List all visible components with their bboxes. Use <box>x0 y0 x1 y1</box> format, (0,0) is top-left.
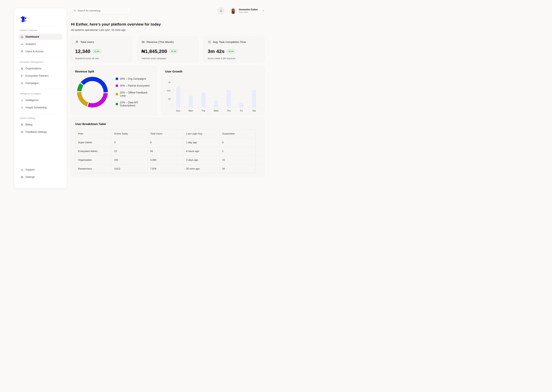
header-right: Omosehin Esther Super Admin <box>218 7 264 14</box>
stat-label: Revenue (This Month) <box>147 41 174 44</box>
sidebar-item-campaigns[interactable]: Campaigns <box>19 80 62 86</box>
stat-card-revenue: Revenue (This Month) ₦1,845,200 10.2% To… <box>137 36 198 62</box>
legend-swatch-data-api <box>116 103 118 105</box>
building-icon <box>21 67 23 70</box>
cell-suspended: 34 <box>219 164 255 173</box>
bar-chart: 1k 500 50 <box>172 76 260 107</box>
stat-value: 3m 42s <box>208 49 225 54</box>
cell-active-today: 3 <box>111 138 147 147</box>
charts-row: Revenue Split 40% – Org Campaigns <box>71 66 264 115</box>
legend-item: 40% – Org Campaigns <box>116 77 153 80</box>
legend-label: 20% – Offline Feedback Loop <box>120 91 153 97</box>
column-header-active-today: Active Today <box>111 129 147 138</box>
brain-icon <box>21 99 23 102</box>
x-axis-labels: Sun Mon Tue Wed Thu Fri Sat <box>172 110 260 112</box>
bell-icon <box>220 9 223 12</box>
sidebar-divider <box>18 113 63 113</box>
sidebar-item-insight-scheduling[interactable]: Insight Scheduling <box>19 105 62 111</box>
megaphone-icon <box>21 82 23 85</box>
legend-label: 40% – Org Campaigns <box>120 77 146 80</box>
bar-chart-icon <box>21 43 23 46</box>
user-role: Super Admin <box>239 11 258 13</box>
chevron-right-icon[interactable] <box>262 9 264 12</box>
table-row: Organisation 231 4,300 2 days ago 15 <box>75 156 255 164</box>
notifications-button[interactable] <box>218 7 225 14</box>
cell-total-users: 7,976 <box>147 164 183 173</box>
cell-role: Ecosystem Admin <box>75 147 111 156</box>
banknote-icon <box>141 40 145 44</box>
stat-cards: Total Users 12,340 10.2% Registered acro… <box>71 36 264 62</box>
donut-legend: 40% – Org Campaigns 30% – Partner Ecosys… <box>116 77 153 107</box>
bar-sat <box>252 90 256 107</box>
bar-tue <box>202 93 205 107</box>
clock-icon <box>21 106 23 109</box>
dashboard-page: Platform Overview Dashboard Analytics Us… <box>0 0 276 196</box>
sidebar-item-label: Feedback Settings <box>25 131 47 133</box>
sidebar-item-ecosystem-partners[interactable]: Ecosystem Partners <box>19 73 62 79</box>
sidebar-item-label: Billing <box>25 123 32 126</box>
checklist-icon <box>208 40 211 44</box>
section-label-intelligence-insights: Intelligence & Insights <box>20 92 61 95</box>
cell-suspended: 1 <box>219 147 255 156</box>
sidebar-divider <box>18 89 63 89</box>
stat-subtitle: Registered across all roles <box>75 57 128 60</box>
user-growth-card: User Growth 1k 500 50 <box>161 66 264 115</box>
sidebar-item-label: Settings <box>25 175 35 179</box>
page-subtitle: All systems operational. Last sync: 10 m… <box>71 28 264 32</box>
sidebar-divider <box>18 25 63 26</box>
search-box[interactable] <box>71 7 131 14</box>
bar-fri <box>240 103 243 107</box>
sidebar-item-users-access[interactable]: Users & Access <box>19 48 62 55</box>
home-icon <box>21 35 23 38</box>
chart-title: User Growth <box>165 70 260 73</box>
legend-swatch-org-campaigns <box>116 78 118 80</box>
cell-active-today: 12 <box>111 147 147 156</box>
user-name: Omosehin Esther <box>239 8 258 11</box>
avatar-image <box>230 7 236 14</box>
sidebar-item-analytics[interactable]: Analytics <box>19 41 62 47</box>
sidebar-item-label: Insight Scheduling <box>25 106 47 109</box>
stat-value: ₦1,845,200 <box>141 49 167 54</box>
sidebar-item-dashboard[interactable]: Dashboard <box>19 34 62 40</box>
page-title: Hi Esther, here’s your platform overview… <box>71 22 264 27</box>
gear-icon <box>21 176 23 179</box>
cell-total-users: 56 <box>147 147 183 156</box>
cell-active-today: 231 <box>111 156 147 164</box>
sidebar-item-label: Analytics <box>25 43 36 46</box>
cell-last-login-avg: 20 mins ago <box>183 164 219 173</box>
y-axis-tick: 500 <box>165 89 170 92</box>
cell-role: Organisation <box>75 156 111 164</box>
stat-subtitle: Total from active campaigns <box>141 57 194 60</box>
column-header-total-users: Total Users <box>147 129 183 138</box>
sidebar-item-settings[interactable]: Settings <box>19 174 62 180</box>
legend-item: 20% – Offline Feedback Loop <box>116 91 153 97</box>
bar-sun <box>176 86 180 107</box>
app-logo[interactable] <box>19 15 62 23</box>
user-breakdown-table: Role Active Today Total Users Last Login… <box>75 129 260 173</box>
user-breakdown-card: User Breakdown Table Role Active Today T… <box>71 118 264 178</box>
x-axis-label: Sun <box>175 110 181 112</box>
stat-badge: 10.2% <box>93 50 101 53</box>
cell-role: Researchers <box>75 164 111 173</box>
sidebar-item-support[interactable]: Support <box>19 167 62 173</box>
stat-label: Avg. Task Completion Time <box>213 41 246 44</box>
bar-thu <box>227 90 231 107</box>
cell-role: Super Admin <box>75 138 111 147</box>
x-axis-label: Sat <box>251 110 257 112</box>
cell-active-today: 3,812 <box>111 164 147 173</box>
sidebar-item-organisations[interactable]: Organisations <box>19 65 62 72</box>
sidebar-item-feedback-settings[interactable]: Feedback Settings <box>19 129 62 135</box>
main-content: Omosehin Esther Super Admin Hi Esther, h… <box>71 0 264 183</box>
stat-subtitle: Across mobile & QR responses <box>208 57 260 60</box>
legend-label: 10% – Data API Subscriptions <box>120 101 153 107</box>
search-input[interactable] <box>78 9 129 12</box>
column-header-role: Role <box>75 129 111 138</box>
sidebar-item-intelligence[interactable]: Intelligence <box>19 97 62 103</box>
logo-icon <box>20 15 27 23</box>
cell-last-login-avg: 1 day ago <box>183 138 219 147</box>
chart-title: Revenue Split <box>75 70 153 73</box>
sidebar-item-billing[interactable]: Billing <box>19 122 62 128</box>
table-header-row: Role Active Today Total Users Last Login… <box>75 129 255 138</box>
avatar[interactable] <box>230 7 236 14</box>
cell-last-login-avg: 4 hours ago <box>183 147 219 156</box>
